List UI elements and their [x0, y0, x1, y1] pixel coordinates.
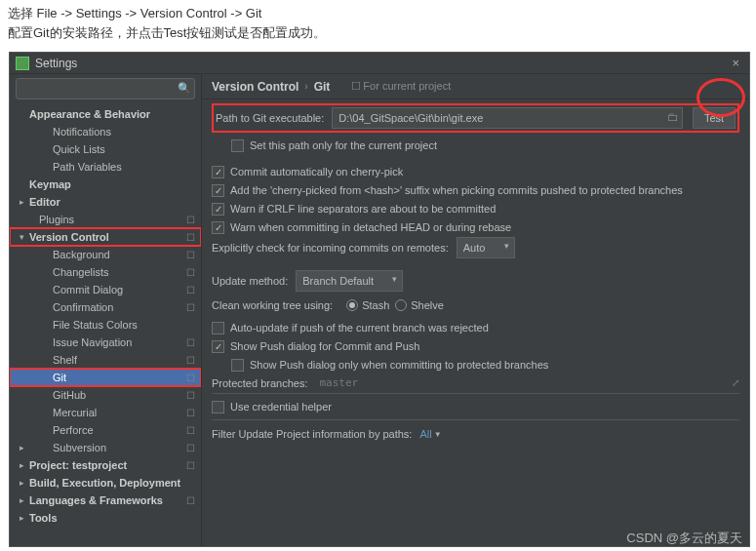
warn-detached-checkbox[interactable]	[212, 221, 224, 234]
sidebar-item-label: GitHub	[29, 389, 186, 401]
separator	[212, 419, 739, 420]
sidebar-item-label: Quick Lists	[29, 143, 195, 155]
sidebar-item-version-control[interactable]: ▾Version Control☐	[10, 228, 201, 246]
protected-branches-input[interactable]: master	[315, 376, 732, 389]
sidebar-item-commit-dialog[interactable]: Commit Dialog☐	[10, 281, 201, 298]
sidebar-item-issue-navigation[interactable]: Issue Navigation☐	[10, 334, 201, 351]
sidebar-item-label: Mercurial	[29, 407, 186, 418]
chevron-icon: ▾	[20, 232, 29, 242]
set-path-only-label: Set this path only for the current proje…	[250, 139, 437, 151]
breadcrumb-version-control[interactable]: Version Control	[212, 80, 298, 94]
sidebar-item-git[interactable]: Git☐	[10, 369, 201, 386]
cred-helper-label: Use credential helper	[230, 401, 332, 413]
warn-crlf-checkbox[interactable]	[212, 203, 224, 216]
expand-icon[interactable]: ⤢	[732, 377, 739, 388]
gear-icon: ☐	[186, 250, 195, 260]
path-label: Path to Git executable:	[216, 112, 324, 124]
sidebar-item-label: Commit Dialog	[29, 284, 186, 295]
sidebar-item-quick-lists[interactable]: Quick Lists	[10, 140, 201, 158]
sidebar-item-label: Plugins	[29, 214, 186, 225]
sidebar-item-perforce[interactable]: Perforce☐	[10, 421, 201, 439]
sidebar-item-github[interactable]: GitHub☐	[10, 386, 201, 404]
sidebar-item-keymap[interactable]: Keymap	[10, 176, 201, 193]
update-method-label: Update method:	[212, 275, 288, 287]
chevron-icon: ▸	[20, 513, 29, 523]
chevron-icon: ▸	[20, 495, 29, 505]
sidebar-item-file-status-colors[interactable]: File Status Colors	[10, 316, 201, 334]
scope-icon: ☐	[351, 80, 361, 92]
path-to-git-row: Path to Git executable: 🗀 Test	[212, 103, 739, 133]
commit-auto-checkbox[interactable]	[212, 166, 224, 178]
set-path-only-checkbox[interactable]	[231, 139, 244, 152]
git-path-input[interactable]	[332, 107, 683, 129]
shelve-radio[interactable]	[395, 299, 407, 311]
instruction-line-2: 配置Git的安装路径，并点击Test按钮测试是否配置成功。	[8, 23, 748, 43]
search-icon: 🔍	[178, 82, 191, 95]
gear-icon: ☐	[186, 443, 195, 453]
sidebar-item-plugins[interactable]: Plugins☐	[10, 211, 201, 228]
close-icon[interactable]: ×	[728, 56, 743, 70]
add-cherry-checkbox[interactable]	[212, 184, 224, 197]
gear-icon: ☐	[186, 495, 195, 506]
sidebar-item-tools[interactable]: ▸Tools	[10, 509, 201, 527]
sidebar-item-build-execution-deployment[interactable]: ▸Build, Execution, Deployment	[10, 474, 201, 492]
sidebar-item-languages-frameworks[interactable]: ▸Languages & Frameworks☐	[10, 492, 201, 509]
sidebar-item-label: Confirmation	[29, 301, 186, 313]
watermark: CSDN @多云的夏天	[626, 530, 742, 547]
sidebar-item-label: Project: testproject	[29, 459, 186, 471]
sidebar-item-label: Perforce	[29, 424, 186, 436]
commit-auto-label: Commit automatically on cherry-pick	[230, 166, 403, 177]
gear-icon: ☐	[186, 232, 195, 243]
sidebar-item-subversion[interactable]: ▸Subversion☐	[10, 439, 201, 456]
show-push-label: Show Push dialog for Commit and Push	[230, 340, 419, 352]
stash-label: Stash	[362, 299, 389, 311]
filter-value-link[interactable]: All	[419, 428, 431, 440]
scope-label: For current project	[363, 80, 451, 92]
auto-update-checkbox[interactable]	[212, 322, 224, 335]
sidebar-item-path-variables[interactable]: Path Variables	[10, 158, 201, 176]
sidebar-item-shelf[interactable]: Shelf☐	[10, 351, 201, 369]
sidebar-item-label: Editor	[29, 196, 195, 208]
cred-helper-checkbox[interactable]	[212, 401, 224, 413]
sidebar-item-appearance-behavior[interactable]: Appearance & Behavior	[10, 105, 201, 123]
settings-tree: Appearance & BehaviorNotificationsQuick …	[10, 103, 201, 546]
show-push-checkbox[interactable]	[212, 340, 224, 353]
search-input[interactable]	[16, 78, 195, 99]
titlebar: Settings ×	[10, 53, 749, 74]
sidebar-item-label: Subversion	[29, 442, 186, 453]
gear-icon: ☐	[186, 267, 195, 278]
explicit-check-combo[interactable]: Auto	[457, 237, 515, 258]
sidebar: 🔍 Appearance & BehaviorNotificationsQuic…	[10, 74, 202, 546]
sidebar-item-label: Changelists	[29, 266, 186, 278]
breadcrumb-git: Git	[314, 80, 331, 94]
sidebar-item-editor[interactable]: ▸Editor	[10, 193, 201, 211]
sidebar-item-project-testproject[interactable]: ▸Project: testproject☐	[10, 456, 201, 474]
chevron-icon: ▸	[20, 443, 29, 453]
sidebar-item-notifications[interactable]: Notifications	[10, 123, 201, 140]
sidebar-item-confirmation[interactable]: Confirmation☐	[10, 298, 201, 316]
show-push-only-checkbox[interactable]	[231, 359, 244, 372]
add-cherry-label: Add the 'cherry-picked from <hash>' suff…	[230, 184, 683, 196]
sidebar-item-label: Version Control	[29, 231, 186, 243]
sidebar-item-changelists[interactable]: Changelists☐	[10, 263, 201, 281]
main-panel: Version Control › Git ☐For current proje…	[202, 74, 749, 546]
sidebar-item-label: Background	[29, 249, 186, 260]
update-method-combo[interactable]: Branch Default	[296, 270, 403, 292]
clean-tree-label: Clean working tree using:	[212, 299, 333, 311]
settings-window: Settings × 🔍 Appearance & BehaviorNotifi…	[9, 52, 750, 547]
show-push-only-label: Show Push dialog only when committing to…	[250, 359, 548, 371]
auto-update-label: Auto-update if push of the current branc…	[230, 322, 489, 334]
chevron-down-icon: ▼	[434, 430, 442, 439]
sidebar-item-label: Git	[29, 372, 186, 383]
warn-detached-label: Warn when committing in detached HEAD or…	[230, 221, 511, 233]
gear-icon: ☐	[186, 285, 195, 295]
folder-icon[interactable]: 🗀	[667, 110, 679, 124]
test-button[interactable]: Test	[693, 107, 736, 129]
gear-icon: ☐	[186, 355, 195, 366]
gear-icon: ☐	[186, 337, 195, 348]
gear-icon: ☐	[186, 302, 195, 313]
stash-radio[interactable]	[346, 299, 358, 311]
filter-label: Filter Update Project information by pat…	[212, 428, 412, 440]
sidebar-item-mercurial[interactable]: Mercurial☐	[10, 404, 201, 421]
sidebar-item-background[interactable]: Background☐	[10, 246, 201, 263]
